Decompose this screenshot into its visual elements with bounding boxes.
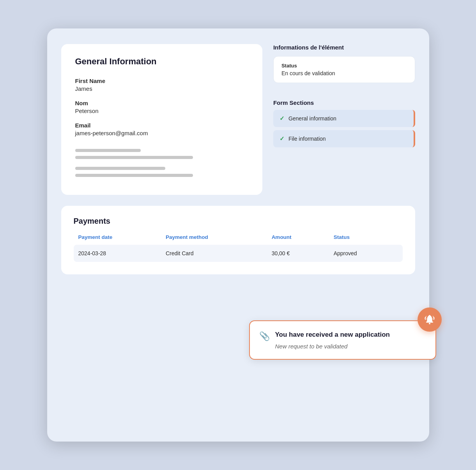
cell-date: 2024-03-28 [74, 245, 161, 262]
section-label-0: General information [288, 115, 336, 122]
form-section-item-0[interactable]: ✓ General information [273, 110, 415, 127]
cell-method: Credit Card [161, 245, 267, 262]
field-nom-label: Nom [75, 100, 248, 106]
element-info-section: Informations de l'élément Status En cour… [273, 44, 415, 83]
general-info-title: General Information [75, 57, 248, 67]
section-label-1: File information [288, 136, 326, 142]
field-firstname-label: First Name [75, 78, 248, 84]
notif-title: You have received a new application [275, 330, 390, 339]
form-sections-title: Form Sections [273, 99, 415, 106]
col-status: Status [329, 234, 403, 245]
top-row: General Information First Name James Nom… [61, 44, 415, 195]
skeleton-group-2 [75, 167, 248, 177]
field-email-label: Email [75, 122, 248, 129]
field-email: Email james-peterson@gmail.com [75, 122, 248, 136]
skeleton-group-1 [75, 149, 248, 159]
field-nom: Nom Peterson [75, 100, 248, 114]
field-email-value: james-peterson@gmail.com [75, 130, 248, 136]
col-payment-method: Payment method [161, 234, 267, 245]
form-sections-area: Form Sections ✓ General information ✓ Fi… [273, 92, 415, 150]
field-nom-value: Peterson [75, 108, 248, 114]
paperclip-icon: 📎 [259, 331, 270, 341]
skeleton-line-1 [75, 149, 141, 152]
payments-table-body: 2024-03-28 Credit Card 30,00 € Approved [74, 245, 403, 262]
bell-button[interactable] [418, 307, 442, 332]
cell-status: Approved [329, 245, 403, 262]
skeleton-line-3 [75, 167, 165, 170]
col-amount: Amount [267, 234, 329, 245]
cell-amount: 30,00 € [267, 245, 329, 262]
general-info-card: General Information First Name James Nom… [61, 44, 262, 195]
payments-title: Payments [74, 217, 403, 226]
bell-icon [424, 314, 435, 325]
skeleton-line-4 [75, 174, 193, 177]
field-firstname-value: James [75, 85, 248, 92]
check-icon-1: ✓ [280, 135, 285, 142]
field-firstname: First Name James [75, 78, 248, 92]
check-icon-0: ✓ [280, 115, 285, 122]
payments-header-row: Payment date Payment method Amount Statu… [74, 234, 403, 245]
main-card: General Information First Name James Nom… [47, 28, 429, 442]
right-panel: Informations de l'élément Status En cour… [273, 44, 415, 195]
table-row: 2024-03-28 Credit Card 30,00 € Approved [74, 245, 403, 262]
notification-popup: 📎 You have received a new application Ne… [249, 320, 436, 360]
status-label: Status [281, 63, 407, 69]
status-value: En cours de validation [281, 70, 407, 76]
status-box: Status En cours de validation [273, 56, 415, 83]
skeleton-line-2 [75, 156, 193, 159]
notif-subtitle: New request to be validated [275, 343, 390, 350]
form-section-item-1[interactable]: ✓ File information [273, 130, 415, 147]
payments-card: Payments Payment date Payment method Amo… [61, 206, 415, 274]
svg-point-0 [429, 323, 430, 324]
payments-table-head: Payment date Payment method Amount Statu… [74, 234, 403, 245]
notif-inner: 📎 You have received a new application Ne… [259, 330, 425, 350]
notif-content: You have received a new application New … [275, 330, 390, 350]
payments-table: Payment date Payment method Amount Statu… [74, 234, 403, 262]
col-payment-date: Payment date [74, 234, 161, 245]
element-info-title: Informations de l'élément [273, 44, 415, 51]
